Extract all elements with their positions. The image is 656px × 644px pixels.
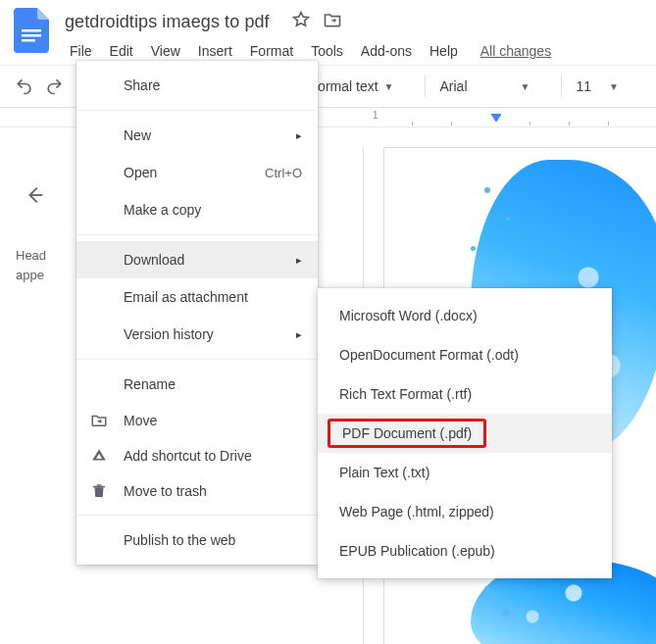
menu-file[interactable]: File bbox=[61, 40, 101, 62]
menu-label: Move to trash bbox=[124, 483, 302, 499]
file-publish[interactable]: Publish to the web bbox=[76, 521, 318, 559]
outline-placeholder: Head appe bbox=[16, 246, 80, 285]
menu-label: Share bbox=[124, 77, 302, 93]
svg-rect-1 bbox=[22, 34, 41, 37]
download-docx[interactable]: Microsoft Word (.docx) bbox=[318, 296, 612, 335]
file-email-attachment[interactable]: Email as attachment bbox=[76, 278, 318, 316]
file-open[interactable]: Open Ctrl+O bbox=[76, 154, 318, 191]
menu-label: Open bbox=[124, 165, 265, 180]
download-txt[interactable]: Plain Text (.txt) bbox=[318, 453, 612, 492]
svg-rect-3 bbox=[491, 114, 501, 116]
menu-insert[interactable]: Insert bbox=[189, 40, 241, 62]
menu-label: Download bbox=[124, 252, 286, 268]
menu-label: Make a copy bbox=[124, 202, 302, 218]
indent-marker-icon[interactable] bbox=[490, 114, 502, 124]
trash-icon bbox=[90, 482, 108, 500]
menu-view[interactable]: View bbox=[142, 40, 189, 62]
menu-label: Rename bbox=[124, 376, 302, 392]
file-add-shortcut[interactable]: Add shortcut to Drive bbox=[76, 438, 318, 473]
chevron-down-icon: ▼ bbox=[521, 81, 530, 92]
file-download[interactable]: Download ▸ bbox=[76, 241, 318, 278]
chevron-down-icon: ▼ bbox=[384, 81, 394, 92]
submenu-label: PDF Document (.pdf) bbox=[328, 419, 486, 448]
download-pdf[interactable]: PDF Document (.pdf) bbox=[318, 414, 612, 453]
file-rename[interactable]: Rename bbox=[76, 366, 318, 403]
download-rtf[interactable]: Rich Text Format (.rtf) bbox=[318, 374, 612, 414]
toolbar-divider bbox=[425, 75, 426, 97]
submenu-label: Rich Text Format (.rtf) bbox=[339, 386, 472, 402]
file-move-to-trash[interactable]: Move to trash bbox=[76, 473, 318, 509]
file-make-copy[interactable]: Make a copy bbox=[76, 191, 318, 228]
svg-rect-0 bbox=[22, 29, 41, 32]
submenu-label: EPUB Publication (.epub) bbox=[339, 543, 495, 559]
download-epub[interactable]: EPUB Publication (.epub) bbox=[318, 531, 612, 570]
paragraph-style-label: Normal text bbox=[308, 78, 378, 94]
menu-label: Email as attachment bbox=[124, 289, 302, 305]
undo-button[interactable] bbox=[14, 76, 35, 96]
font-family-label: Arial bbox=[439, 78, 467, 94]
menu-addons[interactable]: Add-ons bbox=[352, 40, 421, 62]
menu-help[interactable]: Help bbox=[421, 40, 467, 62]
menu-format[interactable]: Format bbox=[241, 40, 302, 62]
download-submenu: Microsoft Word (.docx) OpenDocument Form… bbox=[318, 288, 612, 578]
menu-shortcut: Ctrl+O bbox=[265, 166, 302, 180]
submenu-label: OpenDocument Format (.odt) bbox=[339, 347, 519, 363]
file-new[interactable]: New ▸ bbox=[76, 117, 318, 154]
submenu-arrow-icon: ▸ bbox=[296, 129, 302, 142]
menu-label: Publish to the web bbox=[124, 532, 302, 548]
chevron-down-icon: ▼ bbox=[609, 81, 619, 92]
font-family-select[interactable]: Arial ▼ bbox=[439, 78, 530, 94]
star-icon[interactable] bbox=[291, 10, 311, 33]
submenu-arrow-icon: ▸ bbox=[296, 254, 302, 267]
submenu-label: Web Page (.html, zipped) bbox=[339, 504, 494, 520]
file-version-history[interactable]: Version history ▸ bbox=[76, 316, 318, 353]
outline-back-button[interactable] bbox=[24, 184, 80, 209]
paragraph-style-select[interactable]: Normal text ▼ bbox=[308, 78, 393, 94]
drive-shortcut-icon bbox=[90, 447, 108, 465]
submenu-arrow-icon: ▸ bbox=[296, 328, 302, 341]
font-size-label: 11 bbox=[576, 78, 591, 94]
menu-separator bbox=[76, 110, 318, 111]
redo-button[interactable] bbox=[43, 76, 65, 96]
docs-app-icon[interactable] bbox=[12, 6, 51, 55]
move-icon bbox=[90, 412, 108, 429]
menu-label: Version history bbox=[124, 326, 286, 342]
app-header: getdroidtips imaegs to pdf File Edit Vi bbox=[0, 0, 656, 65]
menu-edit[interactable]: Edit bbox=[101, 40, 142, 62]
menu-label: New bbox=[124, 127, 286, 143]
submenu-label: Microsoft Word (.docx) bbox=[339, 308, 478, 323]
file-move[interactable]: Move bbox=[76, 403, 318, 438]
menu-tools[interactable]: Tools bbox=[302, 40, 352, 62]
move-folder-icon[interactable] bbox=[323, 10, 342, 33]
file-dropdown-menu: Share New ▸ Open Ctrl+O Make a copy Down… bbox=[76, 61, 318, 565]
toolbar-divider bbox=[561, 75, 562, 97]
ruler-mark: 1 bbox=[373, 110, 378, 121]
menu-separator bbox=[76, 359, 318, 360]
svg-rect-2 bbox=[22, 39, 35, 42]
document-title[interactable]: getdroidtips imaegs to pdf bbox=[61, 10, 274, 34]
menu-separator bbox=[76, 515, 318, 516]
all-changes-link[interactable]: All changes bbox=[477, 40, 555, 62]
font-size-select[interactable]: 11 ▼ bbox=[576, 78, 618, 94]
submenu-label: Plain Text (.txt) bbox=[339, 465, 429, 480]
download-html[interactable]: Web Page (.html, zipped) bbox=[318, 492, 612, 531]
menu-label: Add shortcut to Drive bbox=[124, 448, 302, 464]
download-odt[interactable]: OpenDocument Format (.odt) bbox=[318, 335, 612, 374]
menu-separator bbox=[76, 234, 318, 235]
menu-label: Move bbox=[124, 413, 302, 428]
file-share[interactable]: Share bbox=[76, 67, 318, 104]
